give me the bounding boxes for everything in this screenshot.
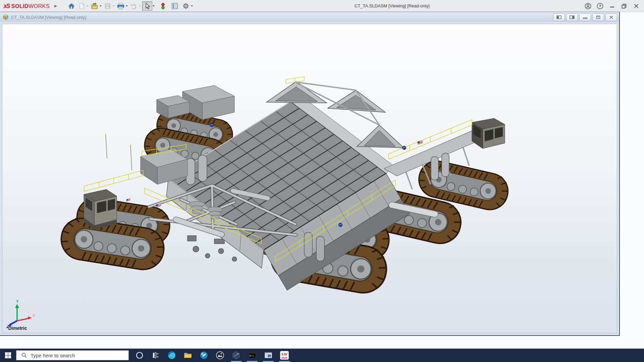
taskbar-item-file-explorer[interactable]	[180, 349, 196, 362]
crawler-transporter-model[interactable]: Y X	[2, 24, 617, 333]
svg-text:SW: SW	[281, 352, 288, 357]
solidworks-2020-icon: SW 2020	[280, 351, 289, 360]
undo-caret[interactable]	[139, 5, 141, 7]
undo-button[interactable]	[129, 2, 139, 10]
taskbar-search-input[interactable]: Type here to search	[16, 350, 129, 360]
document-title-bar: CT_TA.SLDASM [Viewing] [Read-only]	[0, 12, 619, 22]
svg-text:2020: 2020	[281, 356, 287, 359]
quick-toolbar	[66, 1, 194, 11]
app-window-title: CT_TA.SLDASM [Viewing] [Read-only]	[355, 0, 430, 12]
brand-solid: SOLID	[11, 3, 29, 9]
minimize-button[interactable]	[607, 1, 617, 11]
search-placeholder: Type here to search	[31, 353, 75, 358]
document-title: CT_TA.SLDASM [Viewing] [Read-only]	[11, 15, 86, 20]
select-button[interactable]	[142, 1, 152, 11]
select-caret[interactable]	[153, 5, 155, 7]
taskbar-item-support-tool[interactable]	[196, 349, 212, 362]
brand-mark: ϶S	[3, 2, 10, 10]
windows-logo-icon	[5, 352, 11, 359]
open-icon	[91, 2, 99, 10]
restore-icon	[621, 2, 628, 10]
minimize-icon	[608, 2, 616, 10]
taskbar-item-remote-window[interactable]	[260, 349, 276, 362]
account-button[interactable]	[583, 1, 593, 11]
display-pane-toggle-button[interactable]	[566, 13, 578, 21]
svg-text:C:\_: C:\_	[250, 355, 256, 357]
taskbar-item-cortana[interactable]	[131, 349, 148, 362]
document-window: CT_TA.SLDASM [Viewing] [Read-only]	[0, 12, 620, 336]
wrench-circle-icon	[200, 351, 208, 360]
gear-icon	[182, 2, 190, 10]
home-icon	[68, 2, 75, 10]
taskbar-item-photos[interactable]	[212, 349, 228, 362]
close-button[interactable]	[631, 1, 641, 11]
restore-button[interactable]	[619, 1, 629, 11]
taskbar-item-task-view[interactable]	[148, 349, 164, 362]
assembly-cube-icon	[3, 14, 9, 20]
taskbar-item-hexagon-app[interactable]	[228, 349, 244, 362]
nasa-meatball-decal	[339, 223, 342, 227]
help-icon: ?	[596, 2, 604, 10]
rebuild-lights-button[interactable]	[158, 2, 168, 10]
print-caret[interactable]	[126, 5, 128, 7]
taskbar: Type here to search	[0, 349, 644, 362]
display-report-button[interactable]	[170, 2, 179, 10]
save-caret[interactable]	[113, 5, 115, 7]
doc-restore-button[interactable]	[592, 13, 604, 21]
top-left-structure[interactable]	[157, 85, 234, 120]
doc-restore-icon	[596, 15, 601, 19]
menu-flyout-arrow[interactable]: ▶	[54, 4, 57, 8]
traffic-light-icon	[159, 2, 167, 10]
screen: ϶S SOLID WORKS ▶	[0, 0, 644, 362]
start-button[interactable]	[0, 349, 16, 362]
taskbar-item-solidworks[interactable]: SW 2020	[276, 349, 292, 362]
account-icon	[584, 2, 592, 10]
nasa-meatball-decal	[210, 123, 214, 127]
file-explorer-icon	[183, 351, 192, 360]
doc-close-icon	[609, 15, 614, 19]
command-prompt-icon: C:\_	[248, 351, 257, 360]
doc-minimize-button[interactable]	[579, 13, 591, 21]
document-window-controls	[553, 13, 617, 21]
taskbar-item-command-prompt[interactable]: C:\_	[244, 349, 260, 362]
new-document-button[interactable]	[77, 2, 86, 10]
rear-cab[interactable]	[472, 118, 505, 148]
print-icon	[117, 2, 125, 10]
undo-icon	[130, 2, 138, 10]
options-button[interactable]	[181, 2, 191, 10]
photos-icon	[216, 351, 224, 360]
options-caret[interactable]	[191, 5, 193, 7]
taskbar-item-edge[interactable]	[164, 349, 180, 362]
triad-y-label: Y	[16, 299, 19, 303]
solidworks-logo: ϶S SOLID WORKS	[3, 2, 50, 10]
graphics-viewport[interactable]: Y X *Dimetric	[2, 24, 617, 333]
save-icon	[104, 2, 111, 10]
hexagon-app-icon	[232, 351, 240, 360]
nasa-meatball-decal	[402, 146, 406, 150]
remote-window-icon	[264, 351, 273, 360]
orientation-triad: Y X	[7, 299, 35, 326]
cortana-icon	[136, 351, 144, 359]
select-cursor-icon	[144, 2, 151, 10]
edge-icon	[167, 351, 176, 360]
help-button[interactable]: ?	[595, 1, 605, 11]
open-caret[interactable]	[100, 5, 102, 7]
doc-minimize-icon	[583, 15, 588, 19]
front-cab[interactable]	[84, 189, 117, 230]
close-icon	[633, 2, 640, 10]
task-view-icon	[152, 351, 160, 359]
left-pane-icon	[556, 15, 561, 19]
brand-works: WORKS	[29, 3, 50, 9]
doc-close-button[interactable]	[605, 13, 617, 21]
print-button[interactable]	[116, 2, 125, 10]
taskbar-apps: C:\_ SW 2020	[131, 349, 292, 362]
save-button[interactable]	[103, 2, 112, 10]
app-title-bar: ϶S SOLID WORKS ▶	[0, 0, 644, 12]
app-window-controls: ?	[583, 0, 641, 12]
home-button[interactable]	[67, 2, 76, 10]
open-button[interactable]	[90, 2, 99, 10]
svg-text:?: ?	[599, 4, 601, 8]
new-document-icon	[78, 2, 85, 10]
feature-pane-toggle-button[interactable]	[553, 13, 565, 21]
new-document-caret[interactable]	[87, 5, 89, 7]
